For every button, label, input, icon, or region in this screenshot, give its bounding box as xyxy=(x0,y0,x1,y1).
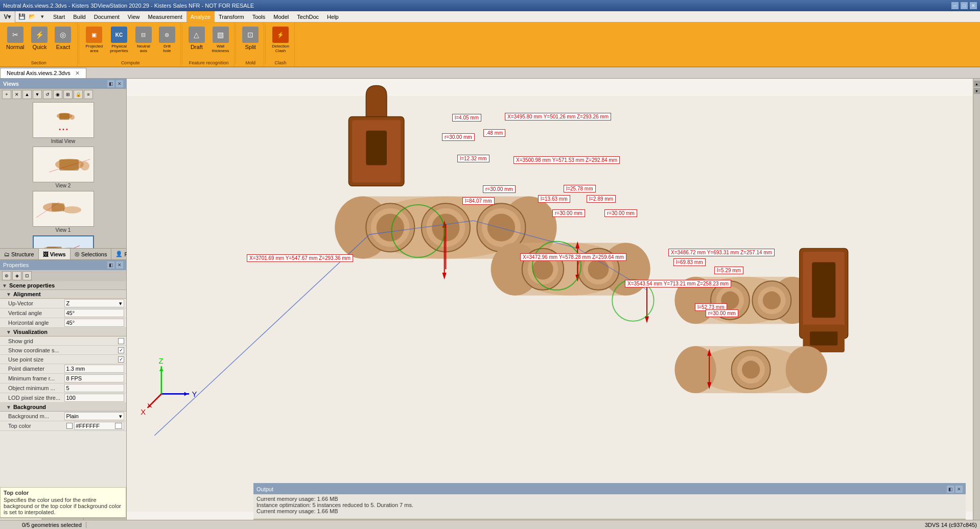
svg-line-74 xyxy=(148,394,161,407)
views-float-btn[interactable]: ◧ xyxy=(107,80,114,87)
svg-point-42 xyxy=(491,243,540,296)
views-tb-new[interactable]: + xyxy=(2,90,11,99)
qat-open[interactable]: 📂 xyxy=(28,12,37,21)
props-float-btn[interactable]: ◧ xyxy=(107,261,114,269)
title-bar-controls[interactable]: ─ □ ✕ xyxy=(951,2,977,9)
ribbon-btn-draft[interactable]: △ Draft xyxy=(185,25,208,52)
props-tb-1[interactable]: ⊚ xyxy=(2,271,11,280)
showgrid-checkbox[interactable] xyxy=(118,338,124,344)
views-tb-lock[interactable]: 🔒 xyxy=(74,90,83,99)
btab-structure[interactable]: 🗂 Structure xyxy=(0,249,39,259)
menu-measurement[interactable]: Measurement xyxy=(144,11,186,22)
pointdiam-value[interactable]: 1.3 mm xyxy=(64,365,125,373)
ribbon-btn-drill-hole[interactable]: ⊚ Drill hole xyxy=(156,25,178,55)
menu-analyze[interactable]: Analyze xyxy=(186,11,215,22)
svg-marker-77 xyxy=(148,403,153,408)
svg-point-46 xyxy=(532,259,553,280)
meas-line-2 xyxy=(369,221,474,234)
ribbon-btn-detection-clash[interactable]: ⚡ Detection Clash xyxy=(269,25,292,55)
file-tab[interactable]: Neutral Axis.views.2.3dvs ✕ xyxy=(0,68,86,78)
visualization-header[interactable]: ▼ Visualization xyxy=(0,328,126,336)
maximize-btn[interactable]: □ xyxy=(961,2,968,9)
views-tb-up[interactable]: ▲ xyxy=(22,90,32,99)
ribbon-btn-neutral-axis[interactable]: ⊟ Neutral axis xyxy=(132,25,155,55)
props-close-btn[interactable]: ✕ xyxy=(116,261,123,269)
menu-tools[interactable]: Tools xyxy=(248,11,270,22)
menu-start[interactable]: Start xyxy=(49,11,69,22)
alignment-header[interactable]: ▼ Alignment xyxy=(0,290,126,299)
props-tb-3[interactable]: ⊡ xyxy=(22,271,32,280)
scene-props-header[interactable]: ▼ Scene properties xyxy=(0,281,126,290)
views-tb-delete[interactable]: ✕ xyxy=(12,90,21,99)
ribbon-btn-normal[interactable]: ✂ Normal xyxy=(3,25,27,52)
exact-icon: ◎ xyxy=(55,27,71,43)
view-item-1[interactable]: View 1 xyxy=(2,191,124,233)
right-btn-2[interactable]: ▼ xyxy=(974,88,980,94)
menu-transform[interactable]: Transform xyxy=(215,11,248,22)
lod-value[interactable]: 100 xyxy=(64,394,125,402)
vertical-angle-value[interactable]: 45° xyxy=(64,309,125,317)
menu-view[interactable]: View xyxy=(124,11,144,22)
btab-selections[interactable]: ◎ Selections xyxy=(71,249,112,259)
bgmode-select[interactable]: Plain ▾ xyxy=(64,412,125,420)
menu-model[interactable]: Model xyxy=(269,11,293,22)
qat-custom[interactable]: ▾ xyxy=(38,12,47,21)
view-item-2[interactable]: View 2 xyxy=(2,147,124,189)
output-close-btn[interactable]: ✕ xyxy=(955,486,963,493)
upvector-select[interactable]: Z ▾ xyxy=(64,299,125,307)
background-header[interactable]: ▼ Background xyxy=(0,403,126,412)
wall-thickness-icon: ▧ xyxy=(213,27,229,43)
menu-techdoc[interactable]: TechDoc xyxy=(293,11,323,22)
properties-header: Properties ◧ ✕ xyxy=(0,260,126,270)
ribbon-btn-wall-thickness[interactable]: ▧ Wall thickness xyxy=(209,25,232,55)
meas-l6983: l=69.83 mm xyxy=(673,258,706,266)
pointsize-checkbox[interactable] xyxy=(118,356,124,363)
svg-point-30 xyxy=(501,197,557,259)
menu-build[interactable]: Build xyxy=(69,11,89,22)
ribbon-btn-physical-props[interactable]: KC Physical properties xyxy=(107,25,131,55)
output-header: Output ◧ ✕ xyxy=(253,484,966,494)
views-tb-show[interactable]: ◉ xyxy=(53,90,62,99)
ribbon-btn-projected-area[interactable]: ▣ Projected area xyxy=(82,25,106,55)
views-tb-refresh[interactable]: ↺ xyxy=(43,90,52,99)
prop-row-showgrid: Show grid xyxy=(0,336,126,346)
menu-document[interactable]: Document xyxy=(90,11,124,22)
menu-help[interactable]: Help xyxy=(323,11,343,22)
ribbon-btn-quick[interactable]: ⚡ Quick xyxy=(28,25,51,52)
section-group-label: Section xyxy=(31,59,46,66)
horizontal-angle-value[interactable]: 45° xyxy=(64,319,125,327)
ribbon-btn-split[interactable]: ⊡ Split xyxy=(239,25,262,52)
views-close-btn[interactable]: ✕ xyxy=(116,80,123,87)
svg-rect-26 xyxy=(366,131,387,165)
topcolor-swatch[interactable] xyxy=(115,423,122,429)
tab-close-btn[interactable]: ✕ xyxy=(75,70,80,76)
mold-group-label: Mold xyxy=(245,59,255,66)
props-tb-2[interactable]: ◈ xyxy=(12,271,21,280)
showcoord-checkbox[interactable] xyxy=(118,347,124,353)
views-tb-fit[interactable]: ⊞ xyxy=(63,90,73,99)
svg-point-36 xyxy=(432,214,459,242)
app-logo[interactable]: V▾ xyxy=(0,11,15,22)
topcolor-value[interactable]: #FFFFFF xyxy=(74,422,125,430)
ribbon-btn-exact[interactable]: ◎ Exact xyxy=(52,25,74,52)
objmin-value[interactable]: 5 xyxy=(64,384,125,392)
output-float-btn[interactable]: ◧ xyxy=(947,486,954,493)
minframe-value[interactable]: 8 FPS xyxy=(64,374,125,382)
minimize-btn[interactable]: ─ xyxy=(951,2,959,9)
views-tb-down[interactable]: ▼ xyxy=(33,90,42,99)
ribbon-sep1 xyxy=(79,25,79,64)
view-item-initial[interactable]: • • • Initial View xyxy=(2,102,124,145)
section-buttons: ✂ Normal ⚡ Quick ◎ Exact xyxy=(3,25,74,59)
qat-save[interactable]: 💾 xyxy=(17,12,27,21)
close-btn[interactable]: ✕ xyxy=(970,2,977,9)
views-tb-more[interactable]: ≡ xyxy=(84,90,93,99)
view-item-3[interactable]: • • View 3 xyxy=(2,235,124,248)
svg-point-3 xyxy=(69,115,75,120)
btab-views[interactable]: 🖼 Views xyxy=(39,249,71,259)
right-btn-1[interactable]: ▲ xyxy=(974,81,980,87)
topcolor-checkbox[interactable] xyxy=(66,423,73,429)
view-label-initial: Initial View xyxy=(2,138,124,145)
detection-clash-icon: ⚡ xyxy=(272,27,289,43)
viewport[interactable]: Y Z X r=30.00 mm l=4.05 mm .48 mm l=12.3… xyxy=(127,79,973,529)
output-controls: ◧ ✕ xyxy=(947,486,963,493)
